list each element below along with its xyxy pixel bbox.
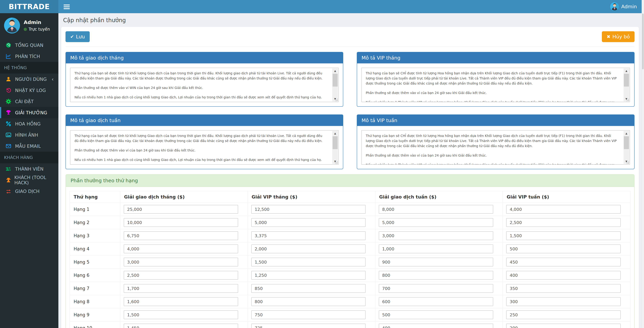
navbar-user-menu[interactable]: Admin [610, 0, 637, 13]
reward-input[interactable] [379, 245, 493, 253]
sidebar-item-cai-dat[interactable]: CÀI ĐẶT [0, 96, 58, 107]
reward-input[interactable] [124, 205, 238, 214]
reward-input[interactable] [506, 284, 621, 293]
reward-input[interactable] [251, 284, 366, 293]
reward-input[interactable] [379, 218, 493, 227]
scrollbar-thumb[interactable] [332, 136, 338, 149]
reward-input[interactable] [124, 324, 238, 328]
reward-input[interactable] [506, 297, 621, 306]
rewards-column-header: Giải VIP tuần ($) [503, 191, 630, 203]
reward-input[interactable] [379, 271, 493, 280]
reward-input[interactable] [506, 245, 621, 253]
sidebar-item-nhat-ky-log[interactable]: NHẬT KÝ LOG [0, 85, 58, 96]
panel-title: Mô tả giao dịch tuần [66, 115, 343, 126]
users-icon [6, 166, 15, 172]
reward-input[interactable] [506, 311, 621, 319]
sidebar-section-label: KHÁCH HÀNG [0, 152, 58, 163]
app-window: BITTRADE Admin Admin Trực tuyến TỔNG QUA… [0, 0, 644, 328]
reward-input[interactable] [251, 205, 366, 214]
sidebar-item-thanh-vien[interactable]: THÀNH VIÊN [0, 163, 58, 174]
reward-input[interactable] [379, 205, 493, 214]
scrollbar-thumb[interactable] [332, 74, 338, 87]
rewards-row: Hạng 2 [70, 216, 630, 229]
textarea-scrollbar[interactable]: ▲▼ [624, 68, 629, 101]
reward-input[interactable] [124, 245, 238, 253]
scroll-up-icon[interactable]: ▲ [332, 68, 338, 73]
reward-input[interactable] [251, 271, 366, 280]
mo-ta-vip-thang-textarea[interactable]: Thứ hạng của bạn sẽ CHỈ được tính từ lượ… [361, 68, 630, 102]
reward-input[interactable] [506, 205, 621, 214]
sidebar-user-panel: Admin Trực tuyến [0, 13, 58, 38]
textarea-scrollbar[interactable]: ▲▼ [332, 131, 338, 164]
reward-input[interactable] [251, 245, 366, 253]
scroll-up-icon[interactable]: ▲ [624, 68, 629, 73]
sidebar-item-tong-quan[interactable]: TỔNG QUAN [0, 39, 58, 51]
rewards-row: Hạng 5 [70, 256, 630, 269]
sidebar-item-khach-tool-hack[interactable]: KHÁCH (TOOL HACK) [0, 174, 58, 186]
reward-input[interactable] [251, 258, 366, 267]
reward-input[interactable] [251, 231, 366, 240]
reward-input[interactable] [251, 297, 366, 306]
reward-input[interactable] [251, 311, 366, 319]
rank-label: Hạng 4 [70, 242, 120, 256]
sidebar-item-mau-email[interactable]: MẪU EMAIL [0, 140, 58, 152]
image-icon [6, 132, 15, 138]
page-scrollbar[interactable] [642, 0, 644, 328]
textarea-scrollbar[interactable]: ▲▼ [332, 68, 338, 101]
reward-input[interactable] [124, 271, 238, 280]
sidebar-item-phan-tich[interactable]: PHÂN TÍCH [0, 51, 58, 62]
mo-ta-giao-dich-thang-textarea[interactable]: Thứ hạng của bạn sẽ được tính từ khối lư… [70, 68, 339, 102]
sidebar-item-hoa-hong[interactable]: HOA HỒNG [0, 118, 58, 129]
trophy-icon [6, 110, 15, 115]
cancel-button[interactable]: ✖ Hủy bỏ [602, 31, 634, 42]
reward-input[interactable] [506, 231, 621, 240]
reward-input[interactable] [124, 218, 238, 227]
scrollbar-thumb[interactable] [624, 74, 629, 87]
page-scrollbar-thumb[interactable] [642, 13, 644, 69]
reward-input[interactable] [124, 311, 238, 319]
scroll-up-icon[interactable]: ▲ [624, 131, 629, 136]
mo-ta-vip-tuan-textarea[interactable]: Thứ hạng của bạn sẽ CHỈ được tính từ lượ… [361, 130, 630, 165]
sidebar-section-label: HỆ THỐNG [0, 62, 58, 73]
history-icon [6, 87, 15, 93]
reward-input[interactable] [379, 324, 493, 328]
reward-input[interactable] [379, 258, 493, 267]
reward-input[interactable] [124, 258, 238, 267]
reward-input[interactable] [379, 284, 493, 293]
sidebar-item-label: NGƯỜI DÙNG [15, 77, 47, 82]
reward-input[interactable] [251, 324, 366, 328]
reward-input[interactable] [506, 218, 621, 227]
sidebar-toggle-button[interactable] [62, 3, 72, 10]
sidebar-item-hinh-anh[interactable]: HÌNH ẢNH [0, 129, 58, 140]
scroll-up-icon[interactable]: ▲ [332, 131, 338, 136]
hamburger-icon [64, 4, 70, 5]
textarea-scrollbar[interactable]: ▲▼ [624, 131, 629, 164]
rank-label: Hạng 7 [70, 282, 120, 295]
reward-input[interactable] [124, 231, 238, 240]
sidebar-menu: TỔNG QUANPHÂN TÍCHHỆ THỐNGNGƯỜI DÙNG‹NHẬ… [0, 39, 58, 197]
reward-input[interactable] [379, 297, 493, 306]
reward-input[interactable] [124, 297, 238, 306]
exchange-icon [6, 188, 15, 194]
sidebar-item-nguoi-dung[interactable]: NGƯỜI DÙNG‹ [0, 73, 58, 85]
rewards-row: Hạng 6 [70, 269, 630, 282]
rewards-column-header: Giải VIP tháng ($) [248, 191, 375, 203]
reward-input[interactable] [251, 218, 366, 227]
save-button[interactable]: ✔ Lưu [66, 31, 90, 42]
scrollbar-thumb[interactable] [624, 136, 629, 149]
reward-input[interactable] [506, 324, 621, 328]
brand-logo[interactable]: BITTRADE [0, 0, 58, 13]
reward-input[interactable] [506, 271, 621, 280]
sidebar-user-status: Trực tuyến [24, 27, 50, 32]
rank-label: Hạng 9 [70, 308, 120, 322]
sidebar-item-label: NHẬT KÝ LOG [15, 88, 46, 93]
reward-input[interactable] [124, 284, 238, 293]
reward-input[interactable] [506, 258, 621, 267]
sidebar-item-giao-dich[interactable]: GIAO DỊCH [0, 186, 58, 197]
sidebar-item-giai-thuong[interactable]: GIẢI THƯỞNG [0, 107, 58, 118]
reward-input[interactable] [379, 231, 493, 240]
sidebar-user-name: Admin [24, 19, 50, 25]
reward-input[interactable] [379, 311, 493, 319]
sidebar: Admin Trực tuyến TỔNG QUANPHÂN TÍCHHỆ TH… [0, 13, 58, 328]
mo-ta-giao-dich-tuan-textarea[interactable]: Thứ hạng của bạn sẽ được tính từ khối lư… [70, 130, 339, 165]
